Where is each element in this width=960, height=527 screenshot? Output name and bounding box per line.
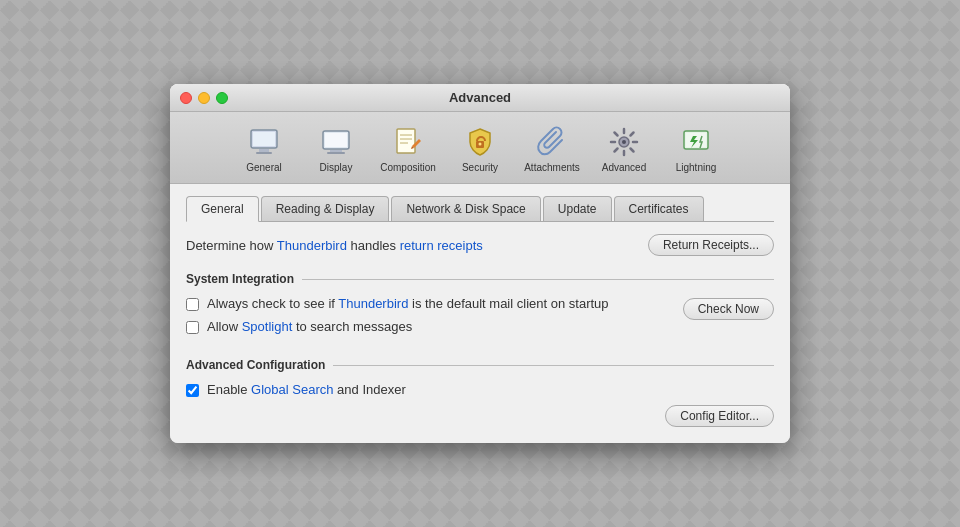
toolbar-security[interactable]: Security (446, 120, 514, 175)
titlebar: Advanced (170, 84, 790, 112)
toolbar-security-label: Security (462, 162, 498, 173)
security-icon (462, 124, 498, 160)
composition-icon (390, 124, 426, 160)
maximize-button[interactable] (216, 92, 228, 104)
spotlight-text: Allow Spotlight to search messages (207, 319, 412, 334)
tabs: General Reading & Display Network & Disk… (186, 196, 774, 222)
toolbar-general-label: General (246, 162, 282, 173)
toolbar-advanced-label: Advanced (602, 162, 646, 173)
global-search-text: Enable Global Search and Indexer (207, 382, 406, 397)
svg-rect-7 (327, 152, 345, 154)
tab-update[interactable]: Update (543, 196, 612, 221)
system-integration-content: Always check to see if Thunderbird is th… (186, 296, 774, 342)
traffic-lights (180, 92, 228, 104)
close-button[interactable] (180, 92, 192, 104)
advanced-config-label: Advanced Configuration (186, 358, 774, 372)
toolbar-attachments-label: Attachments (524, 162, 580, 173)
return-receipts-description: Determine how Thunderbird handles return… (186, 238, 483, 253)
return-receipts-button[interactable]: Return Receipts... (648, 234, 774, 256)
window-title: Advanced (449, 90, 511, 105)
attachments-icon (534, 124, 570, 160)
global-search-row: Enable Global Search and Indexer (186, 382, 774, 397)
default-client-row: Always check to see if Thunderbird is th… (186, 296, 683, 311)
advanced-config-section: Advanced Configuration Enable Global Sea… (186, 358, 774, 427)
system-integration-section: System Integration Always check to see i… (186, 272, 774, 342)
toolbar-composition[interactable]: Composition (374, 120, 442, 175)
lightning-icon (678, 124, 714, 160)
svg-rect-1 (253, 132, 275, 146)
tab-reading-display[interactable]: Reading & Display (261, 196, 390, 221)
toolbar-attachments[interactable]: Attachments (518, 120, 586, 175)
tab-general[interactable]: General (186, 196, 259, 222)
content-area: General Reading & Display Network & Disk… (170, 184, 790, 443)
toolbar-display-label: Display (320, 162, 353, 173)
toolbar-composition-label: Composition (380, 162, 436, 173)
default-client-text: Always check to see if Thunderbird is th… (207, 296, 609, 311)
toolbar-lightning[interactable]: Lightning (662, 120, 730, 175)
svg-rect-6 (330, 150, 342, 152)
svg-rect-3 (256, 152, 272, 154)
return-receipts-row: Determine how Thunderbird handles return… (186, 234, 774, 256)
svg-rect-2 (259, 149, 269, 152)
global-search-checkbox[interactable] (186, 384, 199, 397)
spotlight-row: Allow Spotlight to search messages (186, 319, 683, 334)
config-editor-row: Config Editor... (186, 405, 774, 427)
tab-network-disk[interactable]: Network & Disk Space (391, 196, 540, 221)
svg-point-15 (622, 140, 626, 144)
general-icon (246, 124, 282, 160)
svg-point-13 (479, 143, 482, 146)
toolbar-lightning-label: Lightning (676, 162, 717, 173)
display-icon (318, 124, 354, 160)
default-client-checkbox[interactable] (186, 298, 199, 311)
toolbar-advanced[interactable]: Advanced (590, 120, 658, 175)
svg-rect-8 (397, 129, 415, 153)
svg-rect-5 (325, 133, 347, 147)
system-integration-label: System Integration (186, 272, 774, 286)
minimize-button[interactable] (198, 92, 210, 104)
config-editor-button[interactable]: Config Editor... (665, 405, 774, 427)
main-window: Advanced General (170, 84, 790, 443)
toolbar-display[interactable]: Display (302, 120, 370, 175)
toolbar: General Display (170, 112, 790, 184)
check-now-button[interactable]: Check Now (683, 298, 774, 320)
system-integration-checkboxes: Always check to see if Thunderbird is th… (186, 296, 683, 342)
toolbar-general[interactable]: General (230, 120, 298, 175)
spotlight-checkbox[interactable] (186, 321, 199, 334)
advanced-icon (606, 124, 642, 160)
tab-certificates[interactable]: Certificates (614, 196, 704, 221)
